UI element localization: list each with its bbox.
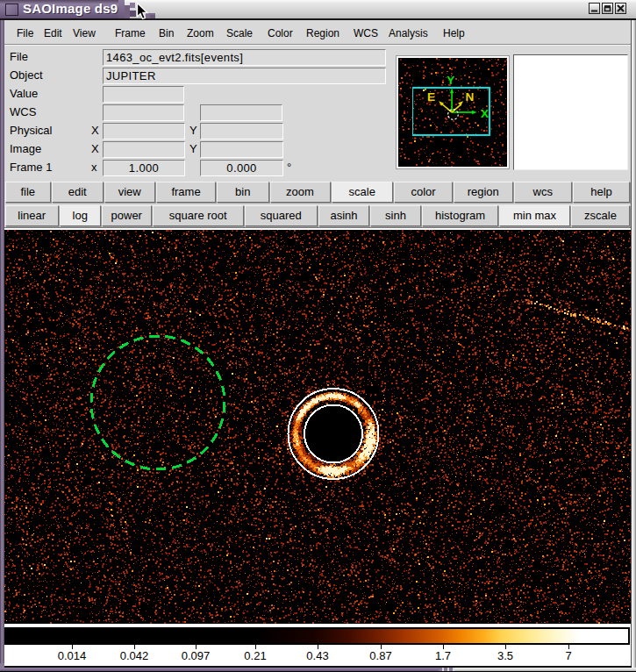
svg-text:Y: Y: [447, 74, 454, 87]
svg-text:X: X: [481, 107, 489, 120]
svg-text:N: N: [466, 90, 475, 104]
svg-text:E: E: [427, 90, 435, 104]
